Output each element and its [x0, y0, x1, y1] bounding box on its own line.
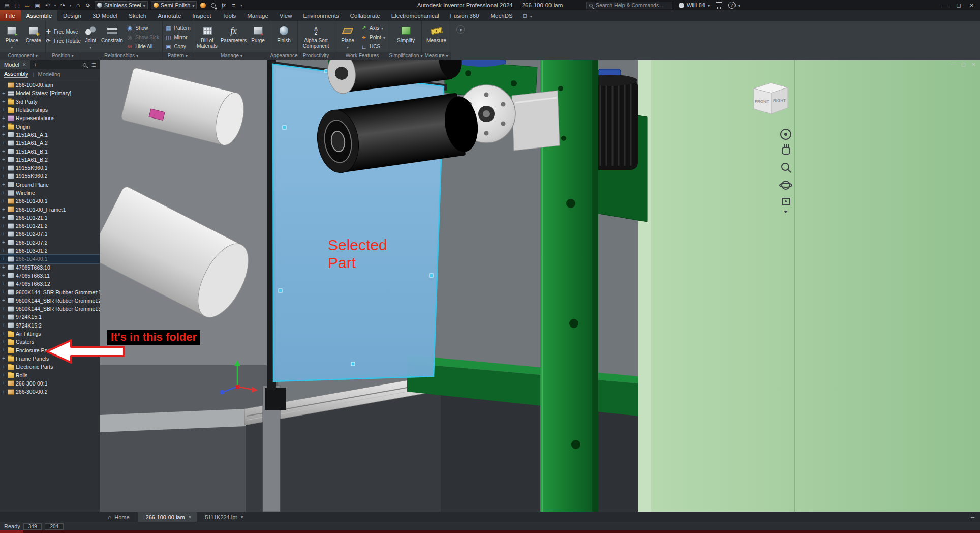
finish-button[interactable]: Finish [272, 22, 296, 44]
browser-tree-item[interactable]: + 1151A61_A:1 [0, 131, 100, 139]
browser-tree-item[interactable]: + 19155K960:1 [0, 164, 100, 172]
tree-expander-icon[interactable]: + [2, 372, 8, 378]
view-cube[interactable]: FRONT RIGHT [754, 83, 788, 114]
document-restore-button[interactable]: ▢ [959, 61, 968, 68]
document-tabs-menu-icon[interactable] [970, 514, 975, 520]
redo-icon[interactable] [58, 1, 68, 9]
parameters-button[interactable]: Parameters [220, 22, 248, 44]
ribbon-tab[interactable]: File [0, 10, 21, 21]
browser-tree-item[interactable]: + Relationships [0, 106, 100, 114]
browser-tree-item[interactable]: + 47065T663:10 [0, 263, 100, 272]
tree-expander-icon[interactable]: + [2, 256, 8, 262]
productivity-group-title[interactable]: Productivity [298, 52, 334, 60]
clear-appearance-override-icon[interactable] [198, 1, 208, 9]
ribbon-collapse-button[interactable] [456, 25, 465, 34]
browser-menu-icon[interactable] [91, 62, 96, 68]
browser-tree-item[interactable]: + Model States: [Primary] [0, 89, 100, 97]
show-sick-button[interactable]: Show Sick [125, 33, 161, 42]
tree-expander-icon[interactable]: + [2, 91, 8, 96]
home-view-icon[interactable] [73, 1, 83, 9]
new-file-icon[interactable] [12, 1, 22, 9]
tree-expander-icon[interactable]: + [2, 264, 8, 270]
document-minimize-button[interactable]: — [949, 61, 958, 68]
help-search-input[interactable]: Search Help & Commands... [586, 2, 672, 9]
measure-group-title[interactable]: Measure [422, 52, 451, 60]
bill-of-materials-button[interactable]: Bill of Materials [196, 22, 219, 49]
tree-expander-icon[interactable]: + [2, 339, 8, 345]
adjust-appearance-icon[interactable] [208, 1, 218, 9]
alpha-sort-component-button[interactable]: Alpha Sort Component [300, 22, 332, 49]
tree-expander-icon[interactable]: + [2, 215, 8, 220]
window-close-button[interactable]: ✕ [966, 1, 978, 10]
relationships-group-title[interactable]: Relationships [80, 52, 162, 60]
tree-expander-icon[interactable]: + [2, 223, 8, 229]
browser-tree-item[interactable]: + 266-101-21:2 [0, 222, 100, 230]
simplify-button[interactable]: Simplify [394, 22, 418, 44]
help-menu[interactable]: ? [728, 2, 740, 9]
window-minimize-button[interactable]: — [939, 1, 952, 10]
ribbon-overflow-caret-icon[interactable] [530, 13, 532, 19]
tree-expander-icon[interactable]: + [2, 149, 8, 154]
document-close-button[interactable]: ✕ [969, 61, 978, 68]
tree-expander-icon[interactable]: + [2, 248, 8, 254]
position-group-title[interactable]: Position [46, 52, 80, 60]
tree-expander-icon[interactable]: + [2, 273, 8, 278]
undo-dropdown-caret[interactable] [53, 1, 57, 9]
parameters-fx-icon[interactable] [219, 1, 228, 9]
pattern-group-title[interactable]: Pattern [163, 52, 193, 60]
browser-tree-item[interactable]: + 266-103-01:2 [0, 247, 100, 255]
ribbon-tab[interactable]: MechDS [485, 10, 518, 21]
tree-expander-icon[interactable]: + [2, 198, 8, 204]
tree-expander-icon[interactable]: + [2, 182, 8, 187]
tree-expander-icon[interactable]: + [2, 132, 8, 137]
pattern-button[interactable]: Pattern [163, 24, 192, 33]
tree-expander-icon[interactable]: + [2, 356, 8, 361]
create-button[interactable]: Create [23, 22, 44, 44]
free-rotate-button[interactable]: Free Rotate [43, 37, 82, 45]
browser-tree-item[interactable]: 266-100-00.iam [0, 81, 100, 89]
open-file-icon[interactable] [22, 1, 32, 9]
simplification-group-title[interactable]: Simplification [390, 52, 421, 60]
ribbon-tab[interactable]: Assemble [21, 10, 58, 21]
equations-icon[interactable] [229, 1, 238, 9]
browser-tab-close-icon[interactable]: ✕ [22, 62, 26, 67]
tree-expander-icon[interactable]: + [2, 190, 8, 196]
enclosure-side-panel-green[interactable] [638, 60, 980, 512]
point-button[interactable]: Point [359, 33, 387, 42]
component-group-title[interactable]: Component [0, 52, 45, 60]
browser-tree-item[interactable]: + 47065T663:11 [0, 272, 100, 280]
browser-tree-item[interactable]: + 3rd Party [0, 98, 100, 106]
application-menu-icon[interactable] [2, 1, 12, 9]
tree-expander-icon[interactable]: + [2, 389, 8, 395]
ribbon-tab[interactable]: Collaborate [345, 10, 386, 21]
browser-tree-item[interactable]: + 9724K15:2 [0, 321, 100, 330]
browser-tree-item[interactable]: + Representations [0, 114, 100, 122]
appearance-group-title[interactable]: Appearance [270, 52, 297, 60]
tree-expander-icon[interactable]: + [2, 306, 8, 312]
tree-expander-icon[interactable]: + [2, 115, 8, 121]
browser-tree-item[interactable]: + 266-102-07:1 [0, 230, 100, 238]
browser-tree-item[interactable]: + Air Fittings [0, 330, 100, 338]
work-features-group-title[interactable]: Work Features [334, 52, 390, 60]
update-icon[interactable] [83, 1, 93, 9]
viewcube-front-label[interactable]: FRONT [755, 99, 769, 104]
appearance-combo[interactable]: Semi-Polish [151, 1, 197, 9]
browser-tree-item[interactable]: + 266-101-00:1 [0, 197, 100, 205]
copy-button[interactable]: Copy [163, 42, 192, 51]
browser-tree-item[interactable]: + 266-104-00:1 [0, 255, 100, 263]
tree-expander-icon[interactable]: + [2, 314, 8, 320]
ribbon-tab[interactable]: Environments [298, 10, 345, 21]
browser-add-tab-button[interactable]: + [30, 62, 41, 68]
corner-bracket[interactable] [265, 388, 286, 410]
document-tab-5111K224[interactable]: 5111K224.ipt ✕ [197, 512, 249, 522]
show-button[interactable]: Show [125, 24, 161, 33]
ribbon-tab[interactable]: Manage [241, 10, 274, 21]
free-move-button[interactable]: Free Move [43, 27, 82, 36]
tree-expander-icon[interactable]: + [2, 289, 8, 295]
document-tab-close-icon[interactable]: ✕ [188, 515, 192, 520]
tree-expander-icon[interactable]: + [2, 99, 8, 104]
tree-expander-icon[interactable]: + [2, 173, 8, 179]
ribbon-tab[interactable]: Inspect [187, 10, 217, 21]
browser-tab-model[interactable]: Model ✕ [0, 60, 30, 69]
ribbon-tab[interactable]: Sketch [123, 10, 152, 21]
